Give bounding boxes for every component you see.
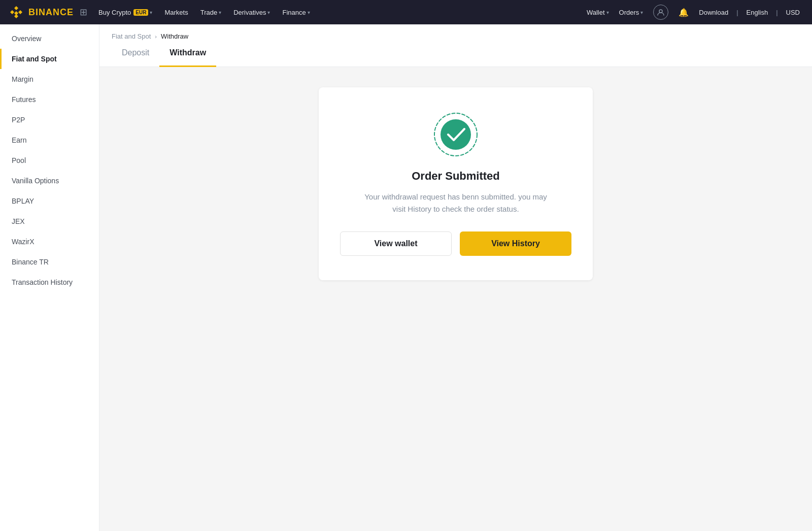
wallet-chevron: ▾: [606, 10, 609, 15]
logo-area[interactable]: BINANCE: [8, 4, 74, 20]
tab-deposit[interactable]: Deposit: [112, 40, 159, 67]
sidebar-item-transaction-history[interactable]: Transaction History: [0, 272, 99, 292]
user-avatar-button[interactable]: [649, 0, 672, 24]
sidebar-item-wazirx[interactable]: WazirX: [0, 231, 99, 252]
orders-chevron: ▾: [640, 10, 643, 15]
success-card: Order Submitted Your withdrawal request …: [319, 87, 593, 280]
navbar-right: Wallet ▾ Orders ▾ 🔔 Download | English |: [583, 0, 804, 24]
breadcrumb-separator: ›: [155, 34, 157, 40]
svg-marker-4: [14, 14, 18, 18]
nav-item-finance[interactable]: Finance ▾: [277, 0, 315, 24]
sidebar-item-vanilla-options[interactable]: Vanilla Options: [0, 171, 99, 191]
nav-item-markets[interactable]: Markets: [159, 0, 193, 24]
notification-bell[interactable]: 🔔: [674, 0, 693, 24]
download-link[interactable]: Download: [695, 0, 732, 24]
sidebar-item-overview[interactable]: Overview: [0, 28, 99, 49]
logo-text: BINANCE: [28, 7, 74, 18]
page-body: Order Submitted Your withdrawal request …: [99, 67, 812, 301]
svg-marker-2: [18, 10, 22, 14]
sidebar-item-binance-tr[interactable]: Binance TR: [0, 252, 99, 272]
sidebar-item-fiat-spot[interactable]: Fiat and Spot: [0, 49, 99, 69]
breadcrumb-parent[interactable]: Fiat and Spot: [112, 32, 151, 40]
view-history-button[interactable]: View History: [460, 231, 571, 256]
sidebar-item-margin[interactable]: Margin: [0, 69, 99, 89]
nav-item-buy-crypto[interactable]: Buy Crypto EUR ▾: [93, 0, 157, 24]
sidebar-item-earn[interactable]: Earn: [0, 130, 99, 150]
language-selector[interactable]: English: [742, 0, 772, 24]
derivatives-chevron: ▾: [267, 10, 270, 15]
svg-marker-0: [14, 6, 18, 10]
avatar: [653, 5, 668, 20]
navbar-left: BINANCE ⊞ Buy Crypto EUR ▾ Markets Trade…: [8, 0, 583, 24]
navbar: BINANCE ⊞ Buy Crypto EUR ▾ Markets Trade…: [0, 0, 812, 24]
eur-badge: EUR: [133, 9, 148, 16]
success-icon: [433, 112, 479, 157]
success-description: Your withdrawal request has benn submitt…: [359, 191, 552, 215]
svg-point-5: [659, 10, 662, 13]
top-section: Fiat and Spot › Withdraw Deposit Withdra…: [99, 24, 812, 67]
success-icon-wrapper: [433, 112, 479, 157]
sidebar-item-bplay[interactable]: BPLAY: [0, 191, 99, 211]
view-wallet-button[interactable]: View wallet: [340, 231, 452, 256]
currency-selector[interactable]: USD: [782, 0, 804, 24]
bell-icon: 🔔: [679, 8, 689, 17]
svg-marker-1: [10, 10, 14, 14]
binance-logo-icon: [8, 4, 24, 20]
nav-item-derivatives[interactable]: Derivatives ▾: [228, 0, 275, 24]
tabs-container: Deposit Withdraw: [99, 40, 812, 67]
divider: |: [734, 9, 740, 16]
nav-item-trade[interactable]: Trade ▾: [195, 0, 226, 24]
nav-wallet[interactable]: Wallet ▾: [583, 0, 613, 24]
sidebar-item-jex[interactable]: JEX: [0, 211, 99, 231]
main-content: Fiat and Spot › Withdraw Deposit Withdra…: [99, 24, 812, 531]
currency-divider: |: [774, 9, 780, 16]
nav-orders[interactable]: Orders ▾: [615, 0, 648, 24]
sidebar-item-p2p[interactable]: P2P: [0, 110, 99, 130]
success-title: Order Submitted: [412, 170, 500, 183]
sidebar: Overview Fiat and Spot Margin Futures P2…: [0, 24, 99, 531]
svg-point-7: [441, 119, 471, 150]
finance-chevron: ▾: [308, 10, 310, 15]
sidebar-item-pool[interactable]: Pool: [0, 150, 99, 171]
tab-withdraw[interactable]: Withdraw: [159, 40, 216, 67]
trade-chevron: ▾: [219, 10, 221, 15]
page-layout: Overview Fiat and Spot Margin Futures P2…: [0, 24, 812, 531]
buy-crypto-chevron: ▾: [150, 10, 152, 15]
grid-icon[interactable]: ⊞: [80, 7, 87, 18]
breadcrumb-current: Withdraw: [161, 32, 188, 40]
sidebar-item-futures[interactable]: Futures: [0, 89, 99, 110]
breadcrumb: Fiat and Spot › Withdraw: [99, 24, 812, 40]
action-buttons: View wallet View History: [339, 231, 572, 256]
